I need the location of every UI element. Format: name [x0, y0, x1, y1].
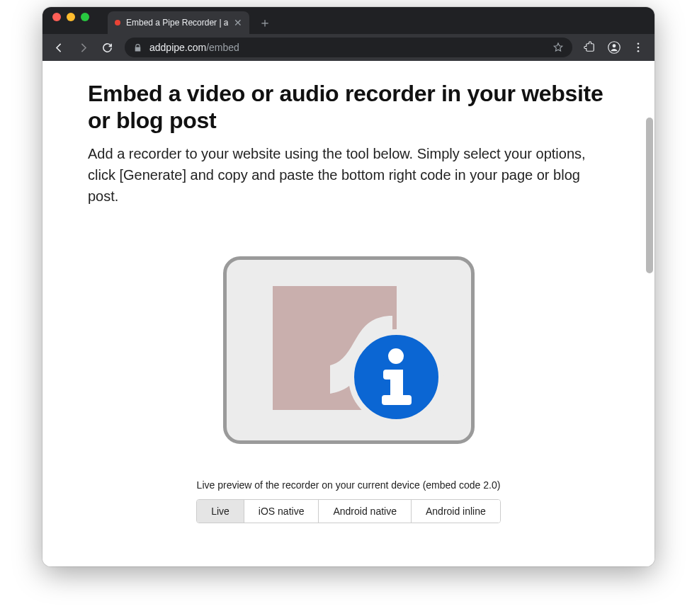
address-bar[interactable]: addpipe.com/embed: [125, 38, 572, 57]
browser-tab[interactable]: Embed a Pipe Recorder | addpi ✕: [108, 11, 249, 34]
preview-tabs: Live iOS native Android native Android i…: [196, 499, 501, 523]
browser-window: Embed a Pipe Recorder | addpi ✕ ＋ addpip…: [42, 7, 654, 566]
info-icon: [348, 329, 444, 425]
minimize-window-button[interactable]: [67, 13, 75, 21]
svg-point-3: [638, 47, 640, 49]
svg-point-5: [388, 348, 404, 364]
profile-button[interactable]: [604, 37, 625, 58]
tab-android-native[interactable]: Android native: [319, 500, 412, 523]
lock-icon: [133, 43, 142, 52]
svg-point-2: [638, 42, 640, 45]
bookmark-star-icon[interactable]: [552, 42, 564, 53]
titlebar: Embed a Pipe Recorder | addpi ✕ ＋: [42, 7, 654, 34]
page-description: Add a recorder to your website using the…: [88, 143, 609, 207]
new-tab-button[interactable]: ＋: [255, 13, 275, 33]
svg-point-1: [613, 44, 616, 47]
page-content: Embed a video or audio recorder in your …: [42, 61, 654, 566]
vertical-scrollbar[interactable]: [645, 61, 654, 566]
back-button[interactable]: [48, 37, 69, 58]
tab-ios-native[interactable]: iOS native: [244, 500, 319, 523]
window-controls: [52, 7, 89, 34]
close-window-button[interactable]: [52, 13, 61, 21]
page-title: Embed a video or audio recorder in your …: [88, 81, 609, 135]
tab-android-inline[interactable]: Android inline: [412, 500, 500, 523]
svg-point-4: [638, 50, 640, 52]
recorder-preview-area: Live preview of the recorder on your cur…: [88, 256, 609, 523]
browser-toolbar: addpipe.com/embed: [42, 34, 654, 61]
forward-button[interactable]: [72, 37, 94, 58]
url-path: /embed: [206, 42, 239, 53]
url-domain: addpipe.com: [149, 42, 206, 53]
preview-caption: Live preview of the recorder on your cur…: [197, 479, 501, 491]
maximize-window-button[interactable]: [81, 13, 89, 21]
svg-rect-8: [382, 395, 412, 405]
url-text: addpipe.com/embed: [149, 42, 239, 53]
close-tab-icon[interactable]: ✕: [234, 18, 242, 28]
reload-button[interactable]: [96, 37, 118, 58]
extensions-button[interactable]: [579, 37, 601, 58]
kebab-menu-button[interactable]: [628, 37, 649, 58]
tab-live[interactable]: Live: [197, 500, 244, 523]
tab-title: Embed a Pipe Recorder | addpi: [126, 18, 228, 28]
tab-favicon-icon: [115, 20, 120, 25]
flash-plugin-placeholder[interactable]: [223, 256, 475, 444]
scrollbar-thumb[interactable]: [646, 118, 653, 273]
